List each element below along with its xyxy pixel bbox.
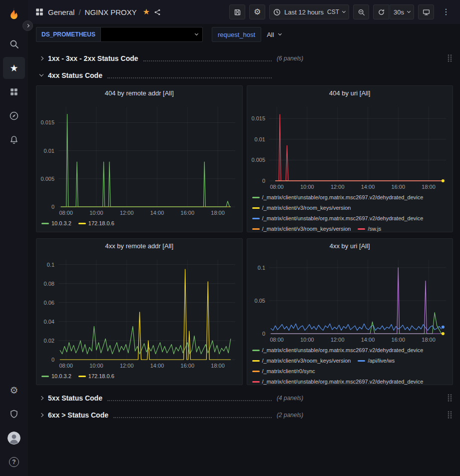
variable-ds-prometheus-value-dropdown[interactable] [100,27,203,42]
legend-item[interactable]: 172.18.0.6 [78,219,114,227]
panel-404-by-remote-addr: 404 by remote addr [All] 00.0050.010.015… [36,85,243,232]
refresh-dashboard-button[interactable] [373,4,389,19]
row-header-5xx[interactable]: 5xx Status Code (4 panels) [36,391,453,405]
sidebar-explore-button[interactable] [3,105,25,127]
sidebar-search-button[interactable] [3,33,25,55]
zoom-out-button[interactable] [353,4,369,19]
legend-item[interactable]: /_matrix/client/unstable/org.matrix.msc2… [252,378,424,385]
sidebar-profile-button[interactable] [3,427,25,449]
svg-text:16:00: 16:00 [391,337,405,343]
drag-handle-icon[interactable] [447,411,452,419]
chevron-down-icon [195,32,198,35]
row-header-4xx[interactable]: 4xx Status Code [36,68,453,82]
chevron-right-icon [39,396,43,400]
time-range-picker[interactable]: Last 12 hours CST [269,4,349,19]
legend-item[interactable]: /_matrix/client/v3/room_keys/version [252,204,351,212]
sidebar-server-admin-button[interactable] [3,403,25,425]
chart-plot-area: 00.0050.010.01508:0010:0012:0014:0016:00… [247,100,453,192]
variable-ds-prometheus-label[interactable]: DS_PROMETHEUS [36,27,100,42]
legend-item[interactable]: /_matrix/client/v3/room_keys/version [252,225,351,232]
legend-series-swatch [358,228,365,230]
legend-item[interactable]: /_matrix/client/unstable/org.matrix.msc2… [252,346,424,354]
dashboard-settings-button[interactable]: ⚙ [249,4,265,19]
legend-item[interactable]: 172.18.0.6 [78,372,114,380]
chevron-down-icon [407,9,411,13]
legend-item[interactable]: /_matrix/client/v3/room_keys/version [252,357,351,365]
panel-title[interactable]: 4xx by uri [All] [247,239,453,253]
legend-series-label: /_matrix/client/v3/room_keys/version [262,225,351,232]
legend-item[interactable]: /_matrix/client/unstable/org.matrix.msc2… [252,193,424,201]
breadcrumb-folder[interactable]: General [48,8,74,16]
svg-text:0.06: 0.06 [44,300,54,306]
svg-text:0.005: 0.005 [251,157,265,163]
variable-request-host-value-dropdown[interactable]: All [261,27,286,42]
sidebar-starred-button[interactable]: ★ [3,57,25,79]
svg-text:16:00: 16:00 [181,210,195,216]
chart-legend: /_matrix/client/unstable/org.matrix.msc2… [247,345,453,385]
svg-text:0.015: 0.015 [40,119,54,125]
save-dashboard-button[interactable] [229,4,245,19]
row-panel-count: (4 panels) [277,395,303,402]
row-header-6xx[interactable]: 6xx > Status Code (2 panels) [36,408,453,422]
row-panel-count: (2 panels) [277,412,303,419]
svg-text:0.005: 0.005 [40,176,54,182]
svg-text:18:00: 18:00 [422,184,436,190]
svg-text:0.02: 0.02 [44,338,54,344]
sidebar-expand-button[interactable] [22,20,33,31]
sidebar: ★ ⚙ ? [0,0,28,476]
panel-title[interactable]: 4xx by remote addr [All] [36,239,242,253]
grafana-flame-icon [6,6,21,21]
sidebar-alerting-button[interactable] [3,129,25,151]
legend-series-swatch [252,350,260,351]
legend-series-label: /_matrix/client/unstable/org.matrix.msc2… [262,193,424,201]
svg-text:0.1: 0.1 [257,265,265,271]
row-header-1xx-3xx-2xx[interactable]: 1xx - 3xx - 2xx Status Code (6 panels) [36,51,453,65]
refresh-interval-dropdown[interactable]: 30s [390,4,414,19]
variable-request-host-label[interactable]: request_host [212,27,261,42]
variable-ds-prometheus: DS_PROMETHEUS [36,27,203,42]
panel-title[interactable]: 404 by uri [All] [247,86,453,100]
legend-item[interactable]: /_matrix/client/r0/sync [252,367,315,375]
shield-icon [9,409,19,419]
row-title: 5xx Status Code [48,394,102,402]
svg-text:12:00: 12:00 [120,210,134,216]
share-icon [154,8,161,16]
share-dashboard-button[interactable] [154,8,161,16]
dotted-leader [113,414,272,418]
question-mark-icon: ? [9,457,19,467]
breadcrumb-dashboard-title[interactable]: NGINX PROXY [85,8,137,16]
cycle-view-mode-button[interactable] [418,4,434,19]
legend-series-swatch [41,376,49,377]
chart-legend: 10.0.3.2172.18.0.6 [36,218,242,232]
svg-text:12:00: 12:00 [330,184,344,190]
sidebar-dashboards-button[interactable] [3,81,25,103]
legend-item[interactable]: /api/live/ws [358,357,395,365]
svg-text:10:00: 10:00 [89,210,103,216]
legend-series-label: 10.0.3.2 [51,219,71,227]
chevron-right-icon [39,413,43,417]
favorite-star-icon[interactable]: ★ [143,8,150,16]
svg-text:0.01: 0.01 [44,148,54,154]
legend-item[interactable]: 10.0.3.2 [41,219,71,227]
sidebar-configuration-button[interactable]: ⚙ [3,379,25,401]
dashboard-variables-bar: DS_PROMETHEUS request_host All [28,24,460,45]
legend-series-swatch [252,360,260,362]
kebab-menu-button[interactable]: ⋮ [438,4,454,19]
panel-title[interactable]: 404 by remote addr [All] [36,86,242,100]
svg-text:0: 0 [51,204,54,210]
row-title: 6xx > Status Code [48,411,108,419]
drag-handle-icon[interactable] [447,54,452,62]
chart-plot-area: 00.0050.010.01508:0010:0012:0014:0016:00… [36,100,242,218]
drag-handle-icon[interactable] [447,394,452,402]
sidebar-help-button[interactable]: ? [3,451,25,473]
svg-text:16:00: 16:00 [181,363,195,369]
legend-item[interactable]: /_matrix/client/unstable/org.matrix.msc2… [252,214,424,222]
legend-item[interactable]: /sw.js [358,225,381,232]
legend-series-swatch [252,381,260,383]
grafana-logo[interactable] [3,4,25,24]
chevron-down-icon [342,9,346,13]
bell-icon [9,135,19,145]
chart-plot-area: 00.020.040.060.080.108:0010:0012:0014:00… [36,253,242,371]
gear-icon: ⚙ [9,386,18,395]
legend-item[interactable]: 10.0.3.2 [41,372,71,380]
